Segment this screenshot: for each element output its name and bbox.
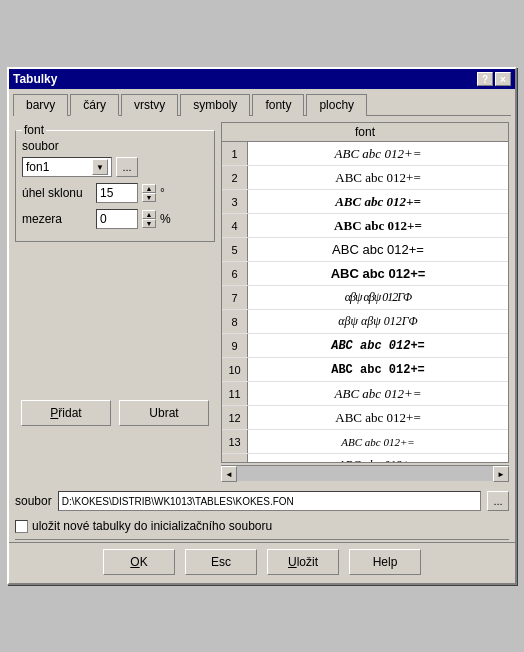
save-checkbox[interactable] bbox=[15, 520, 28, 533]
font-table-row[interactable]: 14ABC abc 012+= bbox=[222, 454, 508, 462]
font-table-row[interactable]: 5ABC abc 012+= bbox=[222, 238, 508, 262]
font-table-row[interactable]: 3ABC abc 012+= bbox=[222, 190, 508, 214]
scroll-track[interactable] bbox=[237, 466, 493, 481]
font-row-preview: ABC abc 012+= bbox=[248, 334, 508, 357]
tab-vrstvy[interactable]: vrstvy bbox=[121, 94, 178, 116]
pridat-button[interactable]: Přidat bbox=[21, 400, 111, 426]
font-table-row[interactable]: 6ABC abc 012+= bbox=[222, 262, 508, 286]
font-row-preview: ABC abc 012+= bbox=[248, 430, 508, 453]
action-buttons: Přidat Ubrat bbox=[15, 400, 215, 426]
font-table: font 1ABC abc 012+=2ABC abc 012+=3ABC ab… bbox=[221, 122, 509, 463]
font-row-number: 9 bbox=[222, 334, 248, 357]
font-row-number: 14 bbox=[222, 454, 248, 462]
mezera-spin-up[interactable]: ▲ bbox=[142, 210, 156, 219]
title-bar: Tabulky ? × bbox=[9, 69, 515, 89]
font-row-preview: ABC abc 012+= bbox=[248, 166, 508, 189]
font-table-row[interactable]: 8αβψ αβψ 012ΓΦ bbox=[222, 310, 508, 334]
tab-plochy[interactable]: plochy bbox=[306, 94, 367, 116]
mezera-row: mezera 0 ▲ ▼ % bbox=[22, 209, 208, 229]
scroll-right-button[interactable]: ► bbox=[493, 466, 509, 482]
font-table-row[interactable]: 10ABC abc 012+= bbox=[222, 358, 508, 382]
file-path-label: soubor bbox=[15, 494, 52, 508]
esc-button[interactable]: Esc bbox=[185, 549, 257, 575]
soubor-label: soubor bbox=[22, 139, 59, 153]
font-group: font soubor fon1 ▼ ... úhel sklon bbox=[15, 130, 215, 242]
checkbox-label: uložit nové tabulky do inicializačního s… bbox=[32, 519, 272, 533]
font-row-number: 10 bbox=[222, 358, 248, 381]
font-row-number: 8 bbox=[222, 310, 248, 333]
scroll-left-button[interactable]: ◄ bbox=[221, 466, 237, 482]
font-row-preview: ABC abc 012+= bbox=[248, 262, 508, 285]
font-row-preview: ABC abc 012+= bbox=[248, 190, 508, 213]
close-title-button[interactable]: × bbox=[495, 72, 511, 86]
font-row-preview: ABC abc 012+= bbox=[248, 454, 508, 462]
font-table-row[interactable]: 1ABC abc 012+= bbox=[222, 142, 508, 166]
uhel-unit: ° bbox=[160, 186, 165, 200]
file-ellipsis-button[interactable]: ... bbox=[487, 491, 509, 511]
dropdown-arrow-icon[interactable]: ▼ bbox=[92, 159, 108, 175]
font-table-row[interactable]: 11ABC abc 012+= bbox=[222, 382, 508, 406]
help-title-button[interactable]: ? bbox=[477, 72, 493, 86]
font-row-preview: αβψ αβψ 012ΓΦ bbox=[248, 310, 508, 333]
font-row-preview: ABC abc 012+= bbox=[248, 214, 508, 237]
tab-barvy[interactable]: barvy bbox=[13, 94, 68, 116]
mezera-spin-down[interactable]: ▼ bbox=[142, 219, 156, 228]
font-row-preview: ABC abc 012+= bbox=[248, 238, 508, 261]
soubor-row: fon1 ▼ ... bbox=[22, 157, 208, 177]
uhel-spin-up[interactable]: ▲ bbox=[142, 184, 156, 193]
font-row-number: 4 bbox=[222, 214, 248, 237]
font-row-preview: ABC abc 012+= bbox=[248, 406, 508, 429]
font-row-number: 13 bbox=[222, 430, 248, 453]
uhel-label: úhel sklonu bbox=[22, 186, 92, 200]
font-row-number: 7 bbox=[222, 286, 248, 309]
mezera-spinner[interactable]: ▲ ▼ bbox=[142, 210, 156, 228]
uhel-spin-down[interactable]: ▼ bbox=[142, 193, 156, 202]
font-row-preview: αβψ αβψ 012ΓΦ bbox=[248, 286, 508, 309]
font-table-row[interactable]: 13ABC abc 012+= bbox=[222, 430, 508, 454]
uhel-spinner[interactable]: ▲ ▼ bbox=[142, 184, 156, 202]
horizontal-scrollbar[interactable]: ◄ ► bbox=[221, 465, 509, 481]
font-row-number: 11 bbox=[222, 382, 248, 405]
font-table-row[interactable]: 2ABC abc 012+= bbox=[222, 166, 508, 190]
font-row-preview: ABC abc 012+= bbox=[248, 358, 508, 381]
font-table-body[interactable]: 1ABC abc 012+=2ABC abc 012+=3ABC abc 012… bbox=[222, 142, 508, 462]
help-button[interactable]: Help bbox=[349, 549, 421, 575]
main-window: Tabulky ? × barvy čáry vrstvy symboly fo… bbox=[7, 67, 517, 585]
main-content: font soubor fon1 ▼ ... úhel sklon bbox=[9, 116, 515, 487]
font-row-number: 6 bbox=[222, 262, 248, 285]
left-panel: font soubor fon1 ▼ ... úhel sklon bbox=[15, 122, 215, 481]
ubrat-button[interactable]: Ubrat bbox=[119, 400, 209, 426]
soubor-dropdown[interactable]: fon1 ▼ bbox=[22, 157, 112, 177]
font-row-number: 1 bbox=[222, 142, 248, 165]
right-panel: font 1ABC abc 012+=2ABC abc 012+=3ABC ab… bbox=[221, 122, 509, 481]
title-bar-buttons: ? × bbox=[477, 72, 511, 86]
font-table-header: font bbox=[222, 123, 508, 142]
window-title: Tabulky bbox=[13, 72, 57, 86]
dialog-buttons: OK Esc Uložit Help bbox=[9, 542, 515, 583]
font-table-row[interactable]: 12ABC abc 012+= bbox=[222, 406, 508, 430]
checkbox-row: uložit nové tabulky do inicializačního s… bbox=[9, 515, 515, 537]
ulozit-button[interactable]: Uložit bbox=[267, 549, 339, 575]
font-table-row[interactable]: 7αβψ αβψ 012ΓΦ bbox=[222, 286, 508, 310]
uhel-field[interactable]: 15 bbox=[96, 183, 138, 203]
tab-cary[interactable]: čáry bbox=[70, 94, 119, 116]
tab-fonty[interactable]: fonty bbox=[252, 94, 304, 116]
uhel-row: úhel sklonu 15 ▲ ▼ ° bbox=[22, 183, 208, 203]
tab-bar: barvy čáry vrstvy symboly fonty plochy bbox=[9, 89, 515, 115]
font-row-number: 3 bbox=[222, 190, 248, 213]
font-row-number: 2 bbox=[222, 166, 248, 189]
soubor-ellipsis-button[interactable]: ... bbox=[116, 157, 138, 177]
font-row-preview: ABC abc 012+= bbox=[248, 142, 508, 165]
mezera-label: mezera bbox=[22, 212, 92, 226]
mezera-field[interactable]: 0 bbox=[96, 209, 138, 229]
font-group-label: font bbox=[22, 123, 46, 137]
tab-symboly[interactable]: symboly bbox=[180, 94, 250, 116]
font-row-preview: ABC abc 012+= bbox=[248, 382, 508, 405]
font-row-number: 5 bbox=[222, 238, 248, 261]
file-path-row: soubor D:\KOKES\DISTRIB\WK1013\TABLES\KO… bbox=[9, 487, 515, 515]
font-table-row[interactable]: 9ABC abc 012+= bbox=[222, 334, 508, 358]
font-row-number: 12 bbox=[222, 406, 248, 429]
font-table-row[interactable]: 4ABC abc 012+= bbox=[222, 214, 508, 238]
file-path-field[interactable]: D:\KOKES\DISTRIB\WK1013\TABLES\KOKES.FON bbox=[58, 491, 481, 511]
ok-button[interactable]: OK bbox=[103, 549, 175, 575]
